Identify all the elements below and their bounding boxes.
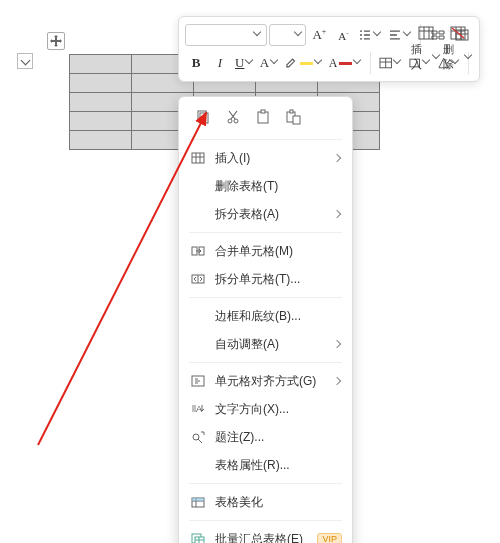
table-move-handle[interactable] xyxy=(47,32,65,50)
menu-batch-summary[interactable]: 批量汇总表格(E) VIP xyxy=(179,525,352,543)
merge-icon xyxy=(189,242,207,260)
menu-insert[interactable]: 插入(I) xyxy=(179,144,352,172)
chevron-right-icon xyxy=(334,155,342,161)
insert-label: 插入 xyxy=(411,42,432,72)
menu-text-direction-label: 文字方向(X)... xyxy=(215,401,342,418)
font-color-swatch xyxy=(339,62,352,65)
text-direction-icon: llA xyxy=(189,400,207,418)
menu-split-table-label: 拆分表格(A) xyxy=(215,206,326,223)
chevron-right-icon xyxy=(334,341,342,347)
menu-insert-label: 插入(I) xyxy=(215,150,326,167)
menu-caption-label: 题注(Z)... xyxy=(215,429,342,446)
menu-summary-label: 批量汇总表格(E) xyxy=(215,531,309,544)
chevron-right-icon xyxy=(334,378,342,384)
decrease-font-button[interactable]: A- xyxy=(332,24,354,46)
menu-split-table[interactable]: 拆分表格(A) xyxy=(179,200,352,228)
svg-point-8 xyxy=(234,119,238,123)
insert-button[interactable]: 插入 xyxy=(411,21,441,77)
copy-icon[interactable] xyxy=(193,107,213,127)
chevron-right-icon xyxy=(334,211,342,217)
delete-button[interactable]: 删除 xyxy=(443,21,473,77)
highlight-button[interactable] xyxy=(282,52,324,74)
menu-split-cells[interactable]: 拆分单元格(T)... xyxy=(179,265,352,293)
font-family-select[interactable] xyxy=(185,24,267,46)
italic-button[interactable]: I xyxy=(209,52,231,74)
table-icon xyxy=(189,149,207,167)
paste-icon[interactable] xyxy=(253,107,273,127)
font-color-button[interactable]: A xyxy=(327,52,364,74)
svg-rect-14 xyxy=(192,153,204,163)
menu-merge-cells-label: 合并单元格(M) xyxy=(215,243,342,260)
menu-beautify-label: 表格美化 xyxy=(215,494,342,511)
paste-special-icon[interactable] xyxy=(283,107,303,127)
split-icon xyxy=(189,270,207,288)
svg-rect-3 xyxy=(419,27,433,39)
menu-merge-cells[interactable]: 合并单元格(M) xyxy=(179,237,352,265)
font-size-select[interactable] xyxy=(269,24,307,46)
delete-label: 删除 xyxy=(443,42,464,72)
beautify-icon xyxy=(189,493,207,511)
svg-rect-13 xyxy=(293,116,300,124)
menu-autofit-label: 自动调整(A) xyxy=(215,336,326,353)
cut-icon[interactable] xyxy=(223,107,243,127)
svg-rect-12 xyxy=(290,110,293,113)
caption-icon xyxy=(189,428,207,446)
menu-delete-table[interactable]: 删除表格(T) xyxy=(179,172,352,200)
bold-button[interactable]: B xyxy=(185,52,207,74)
highlight-color-swatch xyxy=(300,62,313,65)
increase-font-button[interactable]: A+ xyxy=(308,24,330,46)
menu-cell-align-label: 单元格对齐方式(G) xyxy=(215,373,326,390)
list-button[interactable] xyxy=(356,24,384,46)
floating-toolbar: A+ A- B I U A A xyxy=(178,16,480,82)
context-menu: 插入(I) 删除表格(T) 拆分表格(A) 合并单元格(M) 拆分单元格(T).… xyxy=(178,96,353,543)
svg-rect-10 xyxy=(261,110,265,113)
align-button[interactable] xyxy=(386,24,414,46)
vip-badge: VIP xyxy=(317,533,342,543)
summary-icon xyxy=(189,530,207,543)
svg-rect-9 xyxy=(258,112,268,123)
menu-split-cells-label: 拆分单元格(T)... xyxy=(215,271,342,288)
menu-delete-table-label: 删除表格(T) xyxy=(215,178,342,195)
strike-button[interactable]: A xyxy=(258,52,281,74)
menu-autofit[interactable]: 自动调整(A) xyxy=(179,330,352,358)
menu-caption[interactable]: 题注(Z)... xyxy=(179,423,352,451)
align-icon xyxy=(189,372,207,390)
menu-text-direction[interactable]: llA 文字方向(X)... xyxy=(179,395,352,423)
menu-borders-shading[interactable]: 边框和底纹(B)... xyxy=(179,302,352,330)
menu-properties-label: 表格属性(R)... xyxy=(215,457,342,474)
menu-table-beautify[interactable]: 表格美化 xyxy=(179,488,352,516)
svg-rect-22 xyxy=(192,498,204,501)
table-button[interactable] xyxy=(377,52,404,74)
menu-cell-align[interactable]: 单元格对齐方式(G) xyxy=(179,367,352,395)
svg-point-7 xyxy=(228,119,232,123)
outline-toggle[interactable] xyxy=(17,53,33,69)
menu-table-properties[interactable]: 表格属性(R)... xyxy=(179,451,352,479)
underline-button[interactable]: U xyxy=(233,52,256,74)
svg-rect-6 xyxy=(200,113,208,123)
menu-borders-label: 边框和底纹(B)... xyxy=(215,308,342,325)
